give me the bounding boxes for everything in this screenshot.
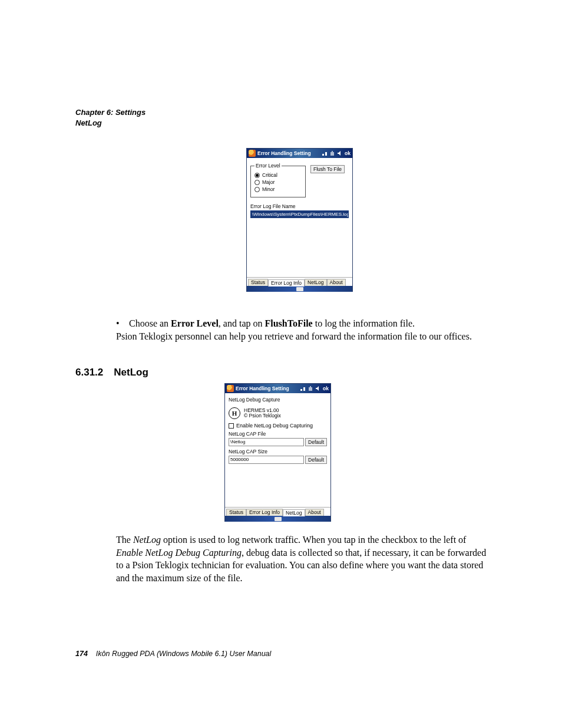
book-title: Ikôn Rugged PDA (Windows Mobile 6.1) Use…	[96, 650, 271, 658]
chapter-label: Chapter 6: Settings	[75, 107, 146, 118]
bullet-icon: •	[116, 317, 129, 330]
bullet-item: • Choose an Error Level, and tap on Flus…	[116, 317, 493, 330]
signal-icon[interactable]	[308, 386, 313, 391]
bullet-text: Choose an Error Level, and tap on FlushT…	[129, 317, 415, 330]
titlebar: Error Handling Setting ok	[247, 149, 352, 158]
page-number: 174	[75, 650, 88, 658]
titlebar: Error Handling Setting ok	[225, 384, 330, 393]
screenshot-error-handling: Error Handling Setting ok Error Level Cr…	[246, 148, 353, 292]
client-area: Error Level Critical Major Minor Flush T…	[247, 158, 352, 277]
screenshot-netlog: Error Handling Setting ok NetLog Debug C…	[224, 383, 331, 522]
radio-icon	[254, 173, 260, 178]
section-title: NetLog	[114, 367, 148, 378]
paragraph: The NetLog option is used to log network…	[116, 533, 493, 584]
radio-icon	[254, 180, 260, 185]
section-label: NetLog	[75, 118, 146, 129]
capsize-default-button[interactable]: Default	[305, 456, 327, 464]
connectivity-icon[interactable]	[300, 386, 306, 391]
capsize-label: NetLog CAP Size	[229, 449, 327, 454]
radio-label: Critical	[262, 172, 277, 178]
tab-netlog[interactable]: NetLog	[283, 509, 305, 516]
capfile-default-button[interactable]: Default	[305, 438, 327, 446]
tab-strip: Status Error Log Info NetLog About	[225, 507, 330, 516]
tab-netlog[interactable]: NetLog	[305, 279, 326, 286]
manual-page: Chapter 6: Settings NetLog Error Handlin…	[0, 0, 562, 728]
section-heading: 6.31.2NetLog	[75, 367, 148, 378]
page-header: Chapter 6: Settings NetLog	[75, 107, 146, 128]
keyboard-icon[interactable]	[275, 517, 282, 521]
flush-to-file-button[interactable]: Flush To File	[310, 165, 345, 173]
tab-about[interactable]: About	[327, 279, 346, 286]
radio-icon	[254, 187, 260, 192]
netlog-caption: NetLog Debug Capture	[229, 397, 327, 403]
capfile-label: NetLog CAP File	[229, 431, 327, 437]
signal-icon[interactable]	[329, 150, 335, 156]
radio-major[interactable]: Major	[254, 179, 302, 185]
error-level-group: Error Level Critical Major Minor	[250, 163, 306, 197]
hermes-info: H HERMES v1.00 © Psion Teklogix	[229, 407, 327, 419]
page-footer: 174Ikôn Rugged PDA (Windows Mobile 6.1) …	[75, 650, 271, 658]
window-title: Error Handling Setting	[236, 386, 289, 391]
capfile-field[interactable]: \Netlog	[229, 438, 304, 446]
keyboard-icon[interactable]	[296, 287, 303, 291]
error-log-filename-field[interactable]: \Windows\System\PtxDumpFiles\HERMES.log	[250, 210, 349, 218]
volume-icon[interactable]	[337, 150, 343, 156]
enable-netlog-checkbox[interactable]: Enable NetLog Debug Capturing	[229, 423, 327, 429]
radio-label: Minor	[262, 186, 275, 192]
client-area: NetLog Debug Capture H HERMES v1.00 © Ps…	[225, 393, 330, 507]
paragraph: Psion Teklogix personnel can help you re…	[116, 330, 493, 343]
window-title: Error Handling Setting	[257, 150, 311, 156]
radio-label: Major	[262, 179, 275, 185]
sip-bar	[225, 516, 330, 522]
connectivity-icon[interactable]	[322, 150, 328, 156]
hermes-text: HERMES v1.00 © Psion Teklogix	[244, 408, 281, 419]
tab-error-log-info[interactable]: Error Log Info	[268, 279, 305, 286]
tab-about[interactable]: About	[305, 509, 324, 516]
radio-minor[interactable]: Minor	[254, 186, 302, 192]
tab-status[interactable]: Status	[226, 509, 246, 516]
sip-bar	[247, 286, 352, 292]
start-icon[interactable]	[249, 150, 256, 157]
start-icon[interactable]	[227, 385, 234, 392]
checkbox-icon	[229, 423, 234, 429]
section-number: 6.31.2	[75, 367, 103, 378]
hermes-icon: H	[229, 407, 240, 419]
tab-status[interactable]: Status	[248, 279, 268, 286]
error-log-filename-label: Error Log File Name	[250, 203, 349, 209]
capsize-field[interactable]: 5000000	[229, 456, 304, 464]
tab-strip: Status Error Log Info NetLog About	[247, 277, 352, 286]
ok-button[interactable]: ok	[345, 150, 351, 156]
radio-critical[interactable]: Critical	[254, 172, 302, 178]
ok-button[interactable]: ok	[323, 386, 329, 391]
volume-icon[interactable]	[315, 386, 321, 391]
error-level-legend: Error Level	[254, 163, 282, 169]
tab-error-log-info[interactable]: Error Log Info	[246, 509, 283, 516]
checkbox-label: Enable NetLog Debug Capturing	[236, 423, 313, 429]
